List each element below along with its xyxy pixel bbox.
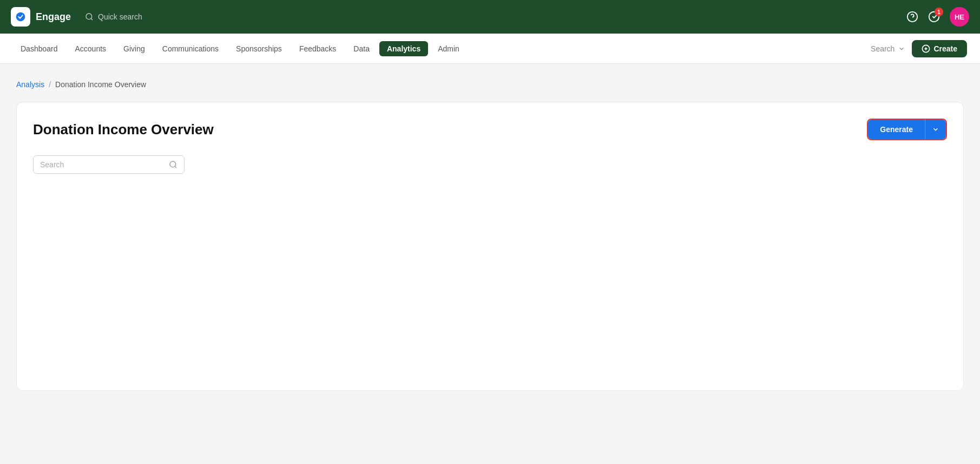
generate-group: Generate <box>867 119 947 140</box>
create-button[interactable]: Create <box>912 40 967 57</box>
notification-badge: 1 <box>935 8 943 16</box>
app-name: Engage <box>36 11 71 23</box>
page-card: Donation Income Overview Generate <box>16 102 964 391</box>
nav-right: Search Create <box>871 40 967 57</box>
generate-dropdown-button[interactable] <box>925 120 946 139</box>
search-nav-btn[interactable]: Search <box>871 44 905 53</box>
nav-item-giving[interactable]: Giving <box>116 41 153 56</box>
breadcrumb-parent[interactable]: Analysis <box>16 80 44 89</box>
breadcrumb-current: Donation Income Overview <box>55 80 146 89</box>
logo-wrapper[interactable]: Engage <box>11 7 71 27</box>
quick-search-btn[interactable]: Quick search <box>85 12 142 21</box>
nav-item-analytics[interactable]: Analytics <box>379 41 428 56</box>
nav-bar: Dashboard Accounts Giving Communications… <box>0 34 980 64</box>
svg-point-0 <box>86 14 92 19</box>
breadcrumb-separator: / <box>49 80 51 89</box>
nav-item-accounts[interactable]: Accounts <box>68 41 114 56</box>
nav-item-communications[interactable]: Communications <box>155 41 226 56</box>
page-title: Donation Income Overview <box>33 121 214 138</box>
logo-icon <box>11 7 30 27</box>
avatar[interactable]: HE <box>950 7 969 27</box>
breadcrumb: Analysis / Donation Income Overview <box>16 80 964 89</box>
main-nav: Dashboard Accounts Giving Communications… <box>13 41 467 56</box>
page-header: Donation Income Overview Generate <box>33 119 947 140</box>
search-input-wrapper <box>33 155 185 174</box>
nav-item-dashboard[interactable]: Dashboard <box>13 41 65 56</box>
generate-button[interactable]: Generate <box>868 120 925 139</box>
search-input[interactable] <box>40 160 165 169</box>
main-content: Analysis / Donation Income Overview Dona… <box>0 64 980 407</box>
nav-item-sponsorships[interactable]: Sponsorships <box>228 41 290 56</box>
nav-item-feedbacks[interactable]: Feedbacks <box>292 41 344 56</box>
nav-item-admin[interactable]: Admin <box>430 41 467 56</box>
svg-point-6 <box>170 161 176 167</box>
search-nav-label: Search <box>871 44 895 53</box>
help-button[interactable] <box>906 11 918 23</box>
notifications-button[interactable]: 1 <box>928 11 940 23</box>
create-btn-label: Create <box>933 44 957 53</box>
top-bar: Engage Quick search 1 HE <box>0 0 980 34</box>
quick-search-label: Quick search <box>98 12 142 21</box>
nav-item-data[interactable]: Data <box>346 41 377 56</box>
top-bar-right: 1 HE <box>906 7 969 27</box>
